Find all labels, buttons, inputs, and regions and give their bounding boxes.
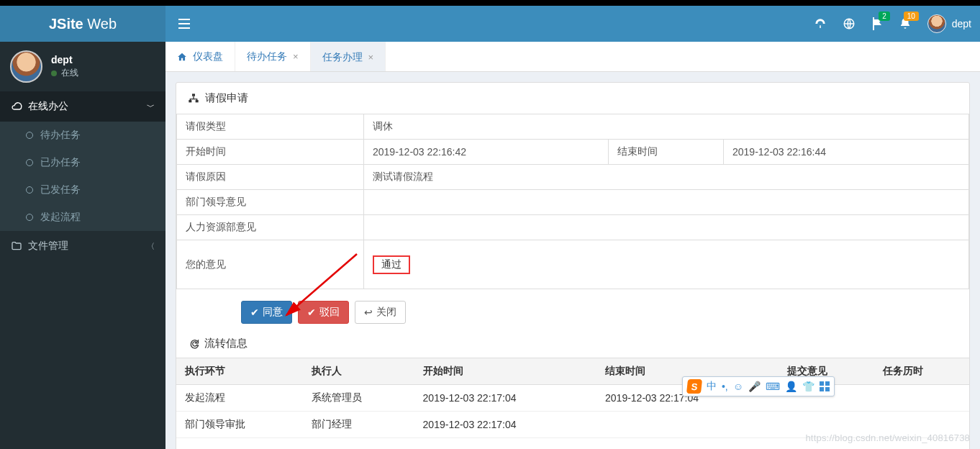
sidebar-item-label: 在线办公 <box>28 100 147 113</box>
tab-label: 仪表盘 <box>193 50 223 63</box>
window-top-border <box>0 0 980 6</box>
content-area: 请假申请 请假类型 调休 开始时间 2019-12-03 22:16:42 结束… <box>165 72 980 449</box>
tab-task-handle[interactable]: 任务办理 × <box>311 42 386 71</box>
tab-label: 任务办理 <box>322 51 363 64</box>
table-header-row: 执行环节 执行人 开始时间 结束时间 提交意见 任务历时 <box>176 358 969 385</box>
col-executor: 执行人 <box>303 358 414 385</box>
globe-icon[interactable] <box>843 17 856 30</box>
sidebar-menu: 在线办公 ﹀ 待办任务 已办任务 已发任务 发起流程 文件管理 〈 <box>0 91 165 261</box>
value-dept-opinion <box>364 190 969 215</box>
badge-count: 2 <box>879 12 890 21</box>
tab-todo-tasks[interactable]: 待办任务 × <box>235 42 311 71</box>
cell: 2019-12-03 22:17:04 <box>414 412 596 438</box>
hamburger-icon[interactable] <box>174 14 194 33</box>
sidebar-item-label: 文件管理 <box>28 240 147 253</box>
svg-rect-9 <box>825 381 830 386</box>
sidebar-item-todo-tasks[interactable]: 待办任务 <box>0 122 165 149</box>
cell <box>874 412 969 438</box>
dashboard-icon[interactable] <box>814 17 827 30</box>
sidebar: JSite Web dept 在线 在线办公 ﹀ <box>0 6 165 449</box>
check-icon: ✔ <box>307 307 316 318</box>
sidebar-item-file-manage[interactable]: 文件管理 〈 <box>0 231 165 261</box>
label-dept-opinion: 部门领导意见 <box>177 190 364 215</box>
value-reason: 测试请假流程 <box>364 165 969 190</box>
svg-rect-4 <box>192 94 195 96</box>
refresh-icon <box>189 338 200 349</box>
notification-flag-icon[interactable]: 2 <box>871 17 883 30</box>
ime-mic-icon[interactable]: 🎤 <box>748 381 761 392</box>
col-start: 开始时间 <box>414 358 596 385</box>
ime-face-icon[interactable]: ☺ <box>733 381 743 392</box>
flow-history-table: 执行环节 执行人 开始时间 结束时间 提交意见 任务历时 发起流程 <box>176 358 969 438</box>
close-button[interactable]: ↩ 关闭 <box>355 301 406 324</box>
tab-bar: 仪表盘 待办任务 × 任务办理 × <box>165 42 980 72</box>
home-icon <box>177 52 187 62</box>
svg-rect-8 <box>820 381 824 386</box>
table-row: 人力资源部意见 <box>177 215 969 240</box>
sitemap-icon <box>188 93 199 104</box>
sidebar-item-start-process[interactable]: 发起流程 <box>0 204 165 231</box>
reject-button[interactable]: ✔ 驳回 <box>298 301 349 324</box>
ime-cn-icon[interactable]: 中 <box>707 380 717 393</box>
svg-rect-10 <box>820 387 824 391</box>
table-row: 请假类型 调休 <box>177 114 969 140</box>
sogou-logo-icon: S <box>686 379 702 394</box>
close-icon[interactable]: × <box>293 51 299 62</box>
nav-user-menu[interactable]: dept <box>927 14 971 33</box>
svg-rect-5 <box>189 100 191 102</box>
ime-toolbox-icon[interactable] <box>820 381 830 391</box>
nav-user-name: dept <box>952 18 971 30</box>
avatar[interactable] <box>10 50 42 83</box>
reply-icon: ↩ <box>364 307 373 318</box>
cell: 部门经理 <box>303 412 414 438</box>
sidebar-user-panel: dept 在线 <box>0 42 165 91</box>
tab-dashboard[interactable]: 仪表盘 <box>165 42 235 71</box>
status-text: 在线 <box>61 67 78 79</box>
bullet-icon <box>26 159 33 166</box>
avatar <box>927 14 946 33</box>
panel-header: 请假申请 <box>176 83 969 114</box>
cell <box>596 412 779 438</box>
bell-icon[interactable]: 10 <box>899 17 912 30</box>
value-hr-opinion <box>364 215 969 240</box>
ime-skin-icon[interactable]: 👕 <box>802 381 815 392</box>
svg-rect-6 <box>196 100 199 102</box>
your-opinion-cell[interactable]: 通过 <box>364 240 969 289</box>
check-icon: ✔ <box>250 307 259 318</box>
cell <box>874 385 969 412</box>
sidebar-item-online-office[interactable]: 在线办公 ﹀ <box>0 91 165 122</box>
sidebar-item-done-tasks[interactable]: 已办任务 <box>0 149 165 176</box>
table-row: 您的意见 通过 <box>177 240 969 289</box>
bullet-icon <box>26 132 33 139</box>
sidebar-item-label: 已办任务 <box>40 156 81 169</box>
ime-punct-icon[interactable]: •, <box>722 381 728 392</box>
label-end-time: 结束时间 <box>609 140 724 165</box>
agree-button[interactable]: ✔ 同意 <box>241 301 292 324</box>
ime-toolbar[interactable]: S 中 •, ☺ 🎤 ⌨ 👤 👕 <box>682 376 835 396</box>
leave-form-table: 请假类型 调休 开始时间 2019-12-03 22:16:42 结束时间 20… <box>176 114 969 289</box>
table-row: 部门领导审批 部门经理 2019-12-03 22:17:04 <box>176 412 969 438</box>
brand-bold: JSite <box>49 16 83 32</box>
value-leave-type: 调休 <box>364 114 969 140</box>
value-start-time: 2019-12-03 22:16:42 <box>364 140 609 165</box>
cell: 2019-12-03 22:17:04 <box>414 385 596 412</box>
ime-user-icon[interactable]: 👤 <box>785 381 797 392</box>
sidebar-item-label: 发起流程 <box>40 211 81 224</box>
main-area: 2 10 dept 仪表盘 待办任务 <box>165 6 980 449</box>
table-row: 请假原因 测试请假流程 <box>177 165 969 190</box>
svg-rect-0 <box>178 19 190 20</box>
table-row: 发起流程 系统管理员 2019-12-03 22:17:04 2019-12-0… <box>176 385 969 412</box>
cloud-icon <box>11 101 22 112</box>
brand-light: Web <box>83 16 117 32</box>
close-icon[interactable]: × <box>368 52 374 63</box>
badge-count: 10 <box>904 12 919 21</box>
sidebar-item-sent-tasks[interactable]: 已发任务 <box>0 176 165 204</box>
sidebar-user-status: 在线 <box>51 67 78 79</box>
brand-logo[interactable]: JSite Web <box>0 6 165 42</box>
sidebar-submenu: 待办任务 已办任务 已发任务 发起流程 <box>0 122 165 231</box>
ime-keyboard-icon[interactable]: ⌨ <box>766 381 780 392</box>
sidebar-user-name: dept <box>51 54 78 65</box>
table-row: 部门领导意见 <box>177 190 969 215</box>
cell: 系统管理员 <box>303 385 414 412</box>
button-label: 同意 <box>263 306 283 319</box>
